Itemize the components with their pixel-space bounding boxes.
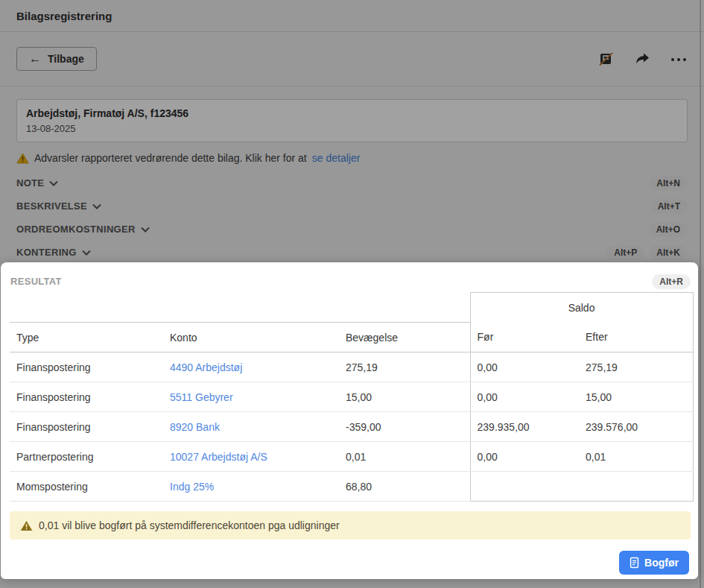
document-icon xyxy=(630,557,639,569)
col-header-konto: Konto xyxy=(163,323,339,353)
table-row: Finanspostering 8920 Bank -359,00 239.93… xyxy=(10,412,693,442)
cell-foer: 0,00 xyxy=(470,382,579,412)
column-header-row: Type Konto Bevægelse Før Efter xyxy=(10,323,693,353)
table-row: Momspostering Indg 25% 68,80 xyxy=(10,472,693,502)
cell-type: Finanspostering xyxy=(10,382,163,412)
warning-triangle-icon xyxy=(20,520,33,531)
post-button[interactable]: Bogfør xyxy=(619,551,689,575)
panel-footer: Bogfør xyxy=(1,540,698,575)
cell-bevaegelse: 68,80 xyxy=(339,472,470,502)
konto-link[interactable]: Indg 25% xyxy=(170,481,214,493)
table-row: Partnerpostering 10027 Arbejdstøj A/S 0,… xyxy=(10,442,693,472)
cell-type: Finanspostering xyxy=(10,353,163,382)
cell-foer: 0,00 xyxy=(470,442,579,472)
cell-type: Finanspostering xyxy=(10,412,163,442)
cell-foer: 239.935,00 xyxy=(470,412,579,442)
cell-bevaegelse: -359,00 xyxy=(339,412,470,442)
cell-saldo-empty xyxy=(470,472,693,502)
konto-link[interactable]: 10027 Arbejdstøj A/S xyxy=(170,451,267,463)
col-header-type: Type xyxy=(10,323,163,353)
table-row: Finanspostering 4490 Arbejdstøj 275,19 0… xyxy=(10,353,693,382)
cell-efter: 239.576,00 xyxy=(579,412,693,442)
cell-foer: 0,00 xyxy=(470,353,579,382)
col-header-bevaegelse: Bevægelse xyxy=(339,323,470,353)
saldo-group-row: Saldo xyxy=(10,293,693,323)
result-panel-header: RESULTAT Alt+R xyxy=(1,262,698,292)
cell-bevaegelse: 275,19 xyxy=(339,353,470,382)
cell-efter: 0,01 xyxy=(579,442,693,472)
konto-link[interactable]: 4490 Arbejdstøj xyxy=(170,361,242,373)
cell-efter: 275,19 xyxy=(579,353,693,382)
konto-link[interactable]: 8920 Bank xyxy=(170,421,220,433)
system-difference-warning-text: 0,01 vil blive bogført på systemdifferen… xyxy=(39,519,340,531)
col-header-foer: Før xyxy=(470,323,579,353)
cell-type: Partnerpostering xyxy=(10,442,163,472)
post-button-label: Bogfør xyxy=(644,557,679,569)
cell-bevaegelse: 0,01 xyxy=(339,442,470,472)
result-panel-title: RESULTAT xyxy=(10,276,62,287)
col-header-efter: Efter xyxy=(579,323,693,353)
cell-efter: 15,00 xyxy=(579,382,693,412)
konto-link[interactable]: 5511 Gebyrer xyxy=(170,391,233,403)
system-difference-warning: 0,01 vil blive bogført på systemdifferen… xyxy=(10,511,691,540)
cell-type: Momspostering xyxy=(10,472,163,502)
result-table: Saldo Type Konto Bevægelse Før Efter Fin… xyxy=(10,292,694,502)
cell-bevaegelse: 15,00 xyxy=(339,382,470,412)
table-row: Finanspostering 5511 Gebyrer 15,00 0,00 … xyxy=(10,382,693,412)
result-panel: RESULTAT Alt+R Saldo Type Konto Bevægels… xyxy=(1,262,698,579)
shortcut-badge: Alt+R xyxy=(652,274,691,289)
saldo-group-header: Saldo xyxy=(470,293,693,323)
